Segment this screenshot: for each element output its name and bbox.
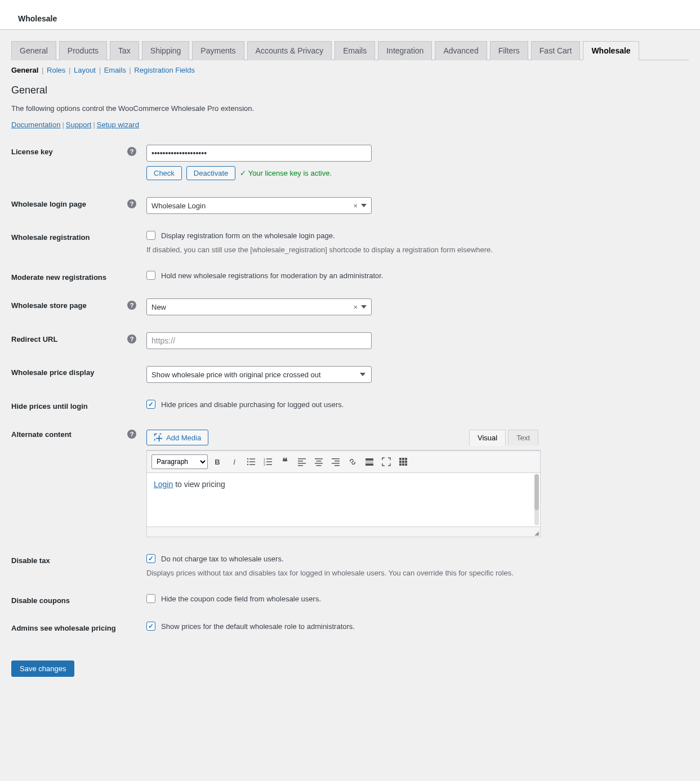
- media-icon: [154, 433, 163, 442]
- link-support[interactable]: Support: [66, 121, 92, 129]
- label-disable-coupons: Disable coupons: [11, 596, 70, 605]
- row-license-key: License key ? Check Deactivate ✓ Your li…: [11, 145, 689, 180]
- fullscreen-icon[interactable]: [379, 454, 394, 469]
- tab-shipping[interactable]: Shipping: [142, 41, 190, 60]
- editor-tab-text[interactable]: Text: [508, 430, 538, 445]
- toolbar-toggle-icon[interactable]: [396, 454, 411, 469]
- svg-rect-33: [402, 461, 404, 463]
- svg-rect-14: [298, 458, 306, 459]
- subnav-general[interactable]: General: [11, 66, 38, 74]
- button-add-media[interactable]: Add Media: [146, 430, 208, 445]
- help-icon[interactable]: ?: [127, 334, 136, 343]
- input-license-key[interactable]: [146, 145, 372, 162]
- button-check[interactable]: Check: [146, 166, 182, 180]
- svg-rect-34: [405, 461, 407, 463]
- checkbox-admins-see[interactable]: [146, 622, 155, 631]
- read-more-icon[interactable]: [362, 454, 377, 469]
- tab-advanced[interactable]: Advanced: [435, 41, 487, 60]
- select-store-page[interactable]: New ×: [146, 298, 372, 315]
- italic-icon[interactable]: I: [227, 454, 242, 469]
- select-login-page[interactable]: Wholesale Login ×: [146, 197, 372, 214]
- save-button[interactable]: Save changes: [11, 660, 74, 677]
- subnav-emails[interactable]: Emails: [104, 66, 126, 74]
- align-center-icon[interactable]: [311, 454, 326, 469]
- numbered-list-icon[interactable]: 123: [261, 454, 275, 469]
- checkbox-registration[interactable]: [146, 231, 155, 240]
- editor-content[interactable]: Login to view pricing: [147, 473, 540, 526]
- tab-emails[interactable]: Emails: [335, 41, 375, 60]
- clear-icon[interactable]: ×: [353, 303, 358, 311]
- row-redirect-url: Redirect URL ?: [11, 332, 689, 349]
- help-icon[interactable]: ?: [127, 430, 136, 439]
- svg-rect-16: [298, 463, 306, 464]
- link-documentation[interactable]: Documentation: [11, 121, 60, 129]
- subnav-registration-fields[interactable]: Registration Fields: [134, 66, 195, 74]
- help-icon[interactable]: ?: [127, 199, 136, 208]
- svg-rect-19: [316, 461, 322, 462]
- link-setup-wizard[interactable]: Setup wizard: [97, 121, 139, 129]
- align-right-icon[interactable]: [328, 454, 343, 469]
- svg-point-2: [247, 458, 248, 459]
- svg-point-6: [247, 464, 248, 465]
- label-license-key: License key: [11, 148, 53, 156]
- label-disable-tax: Disable tax: [11, 556, 50, 565]
- tab-tax[interactable]: Tax: [110, 41, 139, 60]
- scrollbar[interactable]: [534, 474, 539, 525]
- tab-fast-cart[interactable]: Fast Cart: [531, 41, 581, 60]
- help-icon[interactable]: ?: [127, 147, 136, 156]
- row-price-display: Wholesale price display Show wholesale p…: [11, 366, 689, 383]
- editor-tab-visual[interactable]: Visual: [469, 430, 506, 446]
- resize-handle-icon[interactable]: ◢: [534, 530, 539, 536]
- editor-body-text: to view pricing: [173, 480, 225, 489]
- bullet-list-icon[interactable]: [244, 454, 258, 469]
- subnav-roles[interactable]: Roles: [47, 66, 65, 74]
- svg-rect-36: [402, 463, 404, 466]
- svg-point-4: [247, 461, 248, 462]
- tab-accounts-privacy[interactable]: Accounts & Privacy: [247, 41, 332, 60]
- link-icon[interactable]: [345, 454, 360, 469]
- checkbox-disable-tax[interactable]: [146, 554, 155, 563]
- svg-rect-23: [335, 461, 340, 462]
- tab-integration[interactable]: Integration: [378, 41, 432, 60]
- checkbox-admins-see-label: Show prices for the default wholesale ro…: [161, 622, 355, 631]
- input-redirect-url[interactable]: [146, 332, 372, 349]
- label-moderate: Moderate new registrations: [11, 273, 106, 282]
- checkbox-disable-coupons-label: Hide the coupon code field from wholesal…: [161, 595, 321, 603]
- svg-text:3: 3: [264, 463, 265, 466]
- help-icon[interactable]: ?: [127, 301, 136, 310]
- row-hide-prices: Hide prices until login Hide prices and …: [11, 400, 689, 410]
- subnav-layout[interactable]: Layout: [74, 66, 96, 74]
- tab-general[interactable]: General: [11, 41, 56, 60]
- label-alternate-content: Alternate content: [11, 430, 72, 439]
- row-admins-see: Admins see wholesale pricing Show prices…: [11, 622, 689, 632]
- tab-products[interactable]: Products: [59, 41, 107, 60]
- select-paragraph[interactable]: Paragraph: [151, 454, 208, 469]
- svg-rect-25: [335, 465, 340, 466]
- clear-icon[interactable]: ×: [353, 202, 358, 210]
- checkbox-registration-label: Display registration form on the wholesa…: [161, 231, 335, 240]
- svg-rect-9: [266, 458, 272, 459]
- svg-rect-11: [266, 461, 272, 462]
- select-price-display[interactable]: Show wholesale price with original price…: [146, 366, 372, 383]
- tab-payments[interactable]: Payments: [192, 41, 244, 60]
- button-deactivate[interactable]: Deactivate: [186, 166, 235, 180]
- checkbox-disable-coupons[interactable]: [146, 594, 155, 603]
- bold-icon[interactable]: B: [210, 454, 225, 469]
- quote-icon[interactable]: ❝: [278, 454, 292, 469]
- editor-footer: ◢: [147, 526, 540, 537]
- svg-rect-28: [365, 463, 373, 466]
- row-registration: Wholesale registration Display registrat…: [11, 231, 689, 254]
- svg-rect-17: [298, 465, 303, 466]
- help-registration: If disabled, you can still use the [whol…: [146, 246, 541, 254]
- select-store-page-value: New: [151, 303, 166, 311]
- svg-rect-5: [249, 461, 255, 462]
- select-login-page-value: Wholesale Login: [151, 202, 206, 210]
- license-status: ✓ Your license key is active.: [240, 169, 332, 177]
- chevron-down-icon: [361, 305, 367, 309]
- align-left-icon[interactable]: [295, 454, 309, 469]
- checkbox-moderate[interactable]: [146, 271, 155, 280]
- tab-wholesale[interactable]: Wholesale: [583, 41, 639, 60]
- tab-filters[interactable]: Filters: [490, 41, 528, 60]
- svg-rect-32: [399, 461, 402, 463]
- checkbox-hide-prices[interactable]: [146, 400, 155, 409]
